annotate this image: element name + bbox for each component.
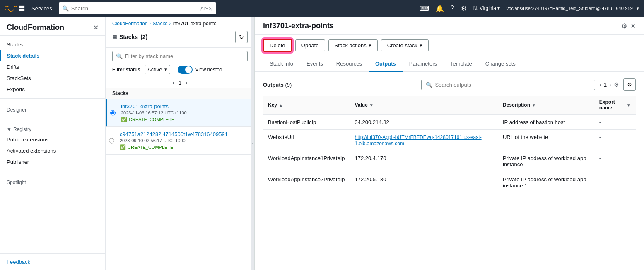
tab-stack-info[interactable]: Stack info [263, 56, 300, 72]
user-menu[interactable]: voclabs/user2748197=Hamid_Test_Student @… [507, 6, 639, 11]
sidebar-item-public-extensions[interactable]: Public extensions [0, 134, 105, 145]
sidebar-section-registry[interactable]: ▼ Registry [0, 122, 105, 134]
sidebar-section-spotlight[interactable]: Spotlight [0, 175, 105, 187]
breadcrumb-current: inf3701-extra-points [172, 21, 216, 27]
sidebar-item-stacks[interactable]: Stacks [0, 39, 105, 50]
sidebar-item-stack-details[interactable]: Stack details [0, 50, 105, 61]
outputs-next-arrow[interactable]: › [609, 81, 611, 88]
breadcrumb-sep1: › [149, 21, 151, 27]
stack-date-0: 2023-11-06 16:57:12 UTC+1100 [121, 110, 248, 115]
row0-value: 34.200.214.82 [350, 114, 498, 130]
outputs-title: Outputs (9) [263, 82, 292, 88]
sidebar-nav: Stacks Stack details Drifts StackSets Ex… [0, 36, 105, 253]
detail-tabs: Stack info Events Resources Outputs Para… [255, 56, 644, 72]
tab-resources[interactable]: Resources [330, 56, 369, 72]
outputs-header: Outputs (9) 🔍 ‹ 1 › ⚙ ↻ [263, 78, 636, 91]
settings-icon[interactable]: ⚙ [621, 22, 627, 30]
row1-description: URL of the website [498, 130, 594, 151]
page-number: 1 [178, 80, 181, 86]
services-button[interactable]: Services [28, 4, 55, 13]
svg-rect-1 [22, 6, 24, 8]
outputs-settings-icon[interactable]: ⚙ [614, 81, 619, 88]
search-input[interactable] [71, 5, 197, 12]
filter-active-select[interactable]: Active ▾ [145, 65, 170, 74]
view-nested-toggle-wrap: View nested [178, 66, 222, 74]
tab-outputs[interactable]: Outputs [369, 56, 403, 72]
stack-radio-1[interactable] [109, 138, 114, 144]
stack-filter-input[interactable] [125, 53, 244, 59]
svg-rect-0 [19, 6, 22, 8]
outputs-refresh-button[interactable]: ↻ [623, 78, 636, 91]
prev-page-arrow[interactable]: ‹ [172, 79, 174, 86]
terminal-icon[interactable]: ⌨ [420, 5, 429, 12]
sidebar-item-stacksets[interactable]: StackSets [0, 73, 105, 84]
stack-name-1[interactable]: c94751a2124282l4714500t1w478316409591 [120, 131, 248, 137]
row1-export: - [594, 130, 636, 151]
panel-resizer[interactable]: ⋮ [251, 17, 254, 270]
col-key-sort[interactable]: Key ▲ [268, 102, 345, 108]
website-url-link[interactable]: http://inf370-Appli-bUTMrFBFDEwq-1428017… [355, 134, 481, 146]
stack-date-1: 2023-09-10 02:56:17 UTC+1000 [120, 138, 248, 143]
stacks-list-header: Stacks [106, 88, 254, 99]
stack-name-0[interactable]: inf3701-extra-points [121, 103, 248, 109]
search-icon: 🔍 [116, 53, 123, 59]
sort-asc-icon: ▲ [279, 103, 283, 107]
col-export-sort[interactable]: Export name ▼ [599, 99, 631, 111]
sidebar-feedback[interactable]: Feedback [0, 253, 105, 270]
outputs-pagination: ‹ 1 › ⚙ [599, 81, 619, 88]
sidebar-item-activated-extensions[interactable]: Activated extensions [0, 145, 105, 156]
close-sidebar-button[interactable]: ✕ [93, 24, 99, 32]
outputs-count: (9) [285, 82, 292, 88]
tab-parameters[interactable]: Parameters [403, 56, 444, 72]
action-bar: Delete Update Stack actions ▾ Create sta… [255, 35, 644, 56]
spotlight-label: Spotlight [7, 180, 26, 185]
stack-item-1[interactable]: c94751a2124282l4714500t1w478316409591 20… [106, 127, 254, 155]
col-value: Value ▼ [350, 96, 498, 114]
col-description: Description ▼ [498, 96, 594, 114]
delete-button[interactable]: Delete [263, 39, 292, 52]
filter-area: 🔍 Filter status Active ▾ View nested [106, 48, 254, 78]
outputs-search-input[interactable] [435, 82, 591, 88]
row1-value: http://inf370-Appli-bUTMrFBFDEwq-1428017… [350, 130, 498, 151]
next-page-arrow[interactable]: › [186, 79, 188, 86]
update-button[interactable]: Update [295, 39, 325, 51]
content-header: inf3701-extra-points ⚙ ✕ [255, 17, 644, 35]
row2-key: WorkloadAppInstance1PrivateIp [263, 151, 350, 172]
sidebar-item-exports[interactable]: Exports [0, 84, 105, 95]
view-nested-toggle[interactable] [178, 66, 193, 74]
sidebar-header: CloudFormation ✕ [0, 17, 105, 36]
breadcrumb-cf[interactable]: CloudFormation [112, 21, 147, 27]
close-icon[interactable]: ✕ [630, 22, 636, 30]
main-content: inf3701-extra-points ⚙ ✕ Delete Update S… [255, 17, 644, 270]
search-shortcut: [Alt+S] [199, 6, 213, 11]
sidebar-item-drifts[interactable]: Drifts [0, 61, 105, 73]
region-selector[interactable]: N. Virginia ▾ [473, 5, 500, 11]
create-stack-button[interactable]: Create stack ▾ [381, 39, 429, 51]
stack-status-0: ✅ CREATE_COMPLETE [121, 117, 248, 122]
row2-description: Private IP address of workload app insta… [498, 151, 594, 172]
breadcrumb-stacks[interactable]: Stacks [152, 21, 167, 27]
settings-icon[interactable]: ⚙ [461, 5, 467, 12]
row3-description: Private IP address of workload app insta… [498, 172, 594, 193]
col-value-sort[interactable]: Value ▼ [355, 102, 493, 108]
stacks-refresh-button[interactable]: ↻ [235, 31, 248, 43]
row2-value: 172.20.4.170 [350, 151, 498, 172]
tab-events[interactable]: Events [300, 56, 330, 72]
col-key: Key ▲ [263, 96, 350, 114]
row0-description: IP address of bastion host [498, 114, 594, 130]
outputs-prev-arrow[interactable]: ‹ [599, 81, 601, 88]
tab-template[interactable]: Template [444, 56, 479, 72]
stack-radio-0[interactable] [110, 110, 116, 116]
tab-change-sets[interactable]: Change sets [479, 56, 522, 72]
bell-icon[interactable]: 🔔 [436, 5, 444, 12]
stack-status-1: ✅ CREATE_COMPLETE [120, 144, 248, 150]
sidebar-section-designer[interactable]: Designer [0, 102, 105, 114]
aws-logo[interactable] [5, 4, 25, 12]
sidebar-item-publisher[interactable]: Publisher [0, 156, 105, 168]
stack-actions-button[interactable]: Stack actions ▾ [328, 39, 378, 51]
toggle-knob [185, 66, 192, 73]
help-icon[interactable]: ? [451, 5, 454, 12]
col-description-sort[interactable]: Description ▼ [503, 102, 589, 108]
stack-detail-title: inf3701-extra-points [263, 22, 334, 30]
stack-item-0[interactable]: inf3701-extra-points 2023-11-06 16:57:12… [106, 99, 254, 127]
